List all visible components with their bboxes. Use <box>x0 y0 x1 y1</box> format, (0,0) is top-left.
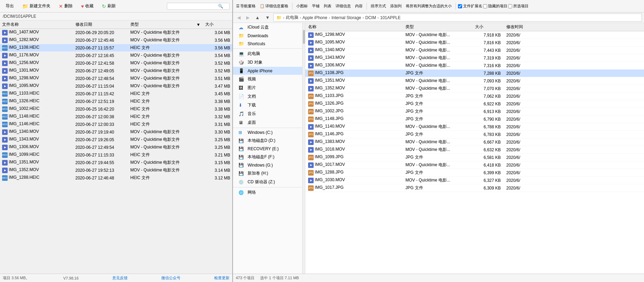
sort-by-button[interactable]: 排序方式 <box>369 3 388 9</box>
col-type[interactable]: 类型 <box>128 21 194 29</box>
sidebar-item-video[interactable]: 🎬视频 <box>233 75 302 83</box>
sidebar-item-3d[interactable]: 🎲3D 对象 <box>233 58 302 67</box>
forward-button[interactable]: ▶ <box>244 14 252 21</box>
right-table-row[interactable]: JPG IMG_1103.JPG JPG 文件 7,062 KB 2020/6/ <box>305 92 644 100</box>
new-folder-button[interactable]: 📁 新建文件夹 <box>19 2 53 10</box>
sidebar-item-desktop[interactable]: 🖥桌面 <box>233 118 302 127</box>
file-ext-checkbox[interactable] <box>458 4 462 8</box>
left-table-row[interactable]: HEIC IMG_1002.HEIC 2020-06-25 16:42:20 H… <box>0 105 232 113</box>
left-table-row[interactable]: HEIC IMG_1099.HEIC 2020-06-27 11:15:33 H… <box>0 151 232 159</box>
left-table-row[interactable]: HEIC IMG_1146.HEIC 2020-06-27 12:00:33 H… <box>0 121 232 128</box>
right-table-row[interactable]: ▶ IMG_1140.MOV MOV - Quicktime 电影... 6,7… <box>305 123 644 131</box>
tile-button[interactable]: 平铺 <box>310 3 321 9</box>
right-table-row[interactable]: ▶ IMG_1017.MOV MOV - Quicktime 电影... 6,4… <box>305 161 644 169</box>
selected-item-checkbox[interactable] <box>508 4 512 8</box>
sidebar-scrollbar[interactable] <box>303 23 305 274</box>
sidebar-item-image[interactable]: 🖼图片 <box>233 83 302 92</box>
left-table-row[interactable]: ▶ IMG_1306.MOV 2020-06-27 12:49:54 MOV -… <box>0 144 232 151</box>
list-button[interactable]: 列表 <box>322 3 333 9</box>
sidebar-item-phone[interactable]: 📱Apple iPhone <box>233 67 302 75</box>
col-date[interactable]: 修改日期 <box>73 21 128 29</box>
right-table-row[interactable]: JPG IMG_1108.JPG JPG 文件 7,288 KB 2020/6/ <box>305 70 644 77</box>
left-table-row[interactable]: ▶ IMG_1301.MOV 2020-06-27 12:49:05 MOV -… <box>0 67 232 75</box>
up-button[interactable]: ▲ <box>253 14 262 21</box>
search-box[interactable]: 🔍 <box>167 3 230 10</box>
left-table-row[interactable]: ▶ IMG_1343.MOV 2020-06-27 19:26:05 MOV -… <box>0 136 232 144</box>
content-button[interactable]: 内容 <box>353 3 364 9</box>
nav-pane-button[interactable]: ☰ 导航窗格 <box>234 3 257 9</box>
add-col-button[interactable]: 添加列 <box>388 3 403 9</box>
delete-button[interactable]: ✕ 删除 <box>56 2 75 10</box>
search-icon[interactable]: 🔍 <box>218 4 223 9</box>
left-table-row[interactable]: ▶ IMG_1407.MOV 2020-06-29 20:05:20 MOV -… <box>0 29 232 37</box>
small-icon-button[interactable]: 小图标 <box>295 3 309 9</box>
right-table-row[interactable]: ▶ IMG_1298.MOV MOV - Quicktime 电影... 7,9… <box>305 31 644 39</box>
left-table-row[interactable]: HEIC IMG_1326.HEIC 2020-06-27 12:51:19 H… <box>0 98 232 105</box>
right-table-row[interactable]: ▶ IMG_1095.MOV MOV - Quicktime 电影... 7,8… <box>305 39 644 47</box>
sidebar-item-drive[interactable]: 💾本地磁盘D (D:) <box>233 136 302 145</box>
sidebar-item-drive[interactable]: 💾新加卷 (H:) <box>233 169 302 178</box>
right-table-row[interactable]: JPG IMG_1326.JPG JPG 文件 6,922 KB 2020/6/ <box>305 100 644 108</box>
right-col-size[interactable]: 大小 <box>472 23 504 31</box>
path-101apple[interactable]: 101APPLE <box>380 15 401 20</box>
left-table-row[interactable]: ▶ IMG_1340.MOV 2020-06-27 19:19:40 MOV -… <box>0 128 232 136</box>
col-sort-icon[interactable]: ▼ <box>194 21 203 29</box>
sidebar-item-drive[interactable]: ⊞Windows (C:) <box>233 129 302 136</box>
path-apple-iphone[interactable]: Apple iPhone <box>303 15 327 20</box>
right-table-row[interactable]: ▶ IMG_1352.MOV MOV - Quicktime 电影... 7,0… <box>305 85 644 92</box>
sidebar-item-drive[interactable]: 💾本地磁盘F (F:) <box>233 153 302 161</box>
favorite-button[interactable]: ♥ 收藏 <box>78 2 96 10</box>
left-table-row[interactable]: ▶ IMG_1176.MOV 2020-06-27 12:16:45 MOV -… <box>0 52 232 59</box>
sidebar-item-drive[interactable]: 💾Windows (G:) <box>233 161 302 169</box>
right-table-row[interactable]: JPG IMG_1017.JPG JPG 文件 6,309 KB 2020/6/ <box>305 184 644 192</box>
right-table-row[interactable]: ▶ IMG_1383.MOV MOV - Quicktime 电影... 6,6… <box>305 138 644 146</box>
right-table-row[interactable]: JPG IMG_1002.JPG JPG 文件 6,913 KB 2020/6/ <box>305 108 644 115</box>
left-table-row[interactable]: ▶ IMG_1351.MOV 2020-06-27 19:44:55 MOV -… <box>0 159 232 167</box>
sidebar-item-network[interactable]: 🌐网络 <box>233 188 302 197</box>
left-table-row[interactable]: HEIC IMG_1108.HEIC 2020-06-27 11:15:57 H… <box>0 44 232 52</box>
sidebar-item-music[interactable]: 🎵音乐 <box>233 110 302 118</box>
path-internal-storage[interactable]: Internal Storage <box>331 15 361 20</box>
left-table-row[interactable]: ▶ IMG_1256.MOV 2020-06-27 12:41:58 MOV -… <box>0 59 232 67</box>
right-table-row[interactable]: ▶ IMG_1351.MOV MOV - Quicktime 电影... 7,0… <box>305 77 644 85</box>
search-input[interactable] <box>169 4 218 9</box>
right-table-row[interactable]: JPG IMG_1148.JPG JPG 文件 6,790 KB 2020/6/ <box>305 115 644 123</box>
hidden-items-checkbox[interactable] <box>483 4 487 8</box>
sidebar-item-cd[interactable]: 💿CD 驱动器 (Z:) <box>233 178 302 186</box>
col-name[interactable]: 文件名称 <box>0 21 73 29</box>
refresh-button[interactable]: ↻ 刷新 <box>99 2 119 10</box>
right-col-name[interactable]: 名称 <box>305 23 403 31</box>
path-dcim[interactable]: DCIM <box>365 15 376 20</box>
detail-info-button[interactable]: 详细信息 <box>334 3 353 9</box>
right-table-row[interactable]: ▶ IMG_1343.MOV MOV - Quicktime 电影... 7,3… <box>305 54 644 62</box>
right-table-row[interactable]: ▶ IMG_1030.MOV MOV - Quicktime 电影... 6,3… <box>305 177 644 184</box>
sidebar-item-doc[interactable]: 📄文档 <box>233 92 302 101</box>
sidebar-item-download[interactable]: ⬇下载 <box>233 101 302 110</box>
right-col-type[interactable]: 类型 <box>403 23 472 31</box>
feedback-link[interactable]: 意见反馈 <box>112 275 128 281</box>
left-table-row[interactable]: HEIC IMG_1148.HEIC 2020-06-27 12:00:38 H… <box>0 113 232 121</box>
sidebar-item-drive[interactable]: 💾RECOVERY (E:) <box>233 145 302 153</box>
col-size[interactable]: 大小 <box>203 21 232 29</box>
sidebar-item-pc[interactable]: 💻此电脑 <box>233 49 302 58</box>
left-table-row[interactable]: HEIC IMG_1103.HEIC 2020-06-27 11:15:42 H… <box>0 90 232 98</box>
right-table-row[interactable]: ▶ IMG_1340.MOV MOV - Quicktime 电影... 7,4… <box>305 47 644 54</box>
update-link[interactable]: 检查更新 <box>214 275 230 281</box>
sidebar-item-downloads[interactable]: 📁Downloads <box>233 32 302 40</box>
sidebar-item-cloud[interactable]: ☁iCloud 云盘 <box>233 23 302 32</box>
sidebar-scroll-thumb[interactable] <box>303 30 305 44</box>
right-col-date[interactable]: 修改时间 <box>504 23 644 31</box>
wechat-link[interactable]: 微信公众号 <box>161 275 180 281</box>
recent-button[interactable]: ▼ <box>263 14 272 21</box>
right-table-row[interactable]: ▶ IMG_1018.MOV MOV - Quicktime 电影... 6,6… <box>305 146 644 154</box>
left-table-row[interactable]: ▶ IMG_1095.MOV 2020-06-27 11:15:04 MOV -… <box>0 82 232 90</box>
left-table-row[interactable]: ▶ IMG_1282.MOV 2020-06-27 12:45:46 MOV -… <box>0 37 232 44</box>
left-table-row[interactable]: ▶ IMG_1298.MOV 2020-06-27 12:48:54 MOV -… <box>0 75 232 82</box>
right-table-row[interactable]: ▶ IMG_1306.MOV MOV - Quicktime 电影... 7,3… <box>305 62 644 70</box>
left-table-row[interactable]: HEIC IMG_1288.HEIC 2020-06-27 12:46:48 H… <box>0 174 232 182</box>
left-table-row[interactable]: ▶ IMG_1352.MOV 2020-06-27 19:52:13 MOV -… <box>0 167 232 174</box>
back-button[interactable]: ◀ <box>235 14 243 21</box>
right-table-row[interactable]: JPG IMG_1288.JPG JPG 文件 6,399 KB 2020/6/ <box>305 169 644 177</box>
adjust-cols-button[interactable]: 将所有列调整为合适的大小 <box>404 3 453 9</box>
right-table-row[interactable]: JPG IMG_1099.JPG JPG 文件 6,581 KB 2020/6/ <box>305 154 644 161</box>
